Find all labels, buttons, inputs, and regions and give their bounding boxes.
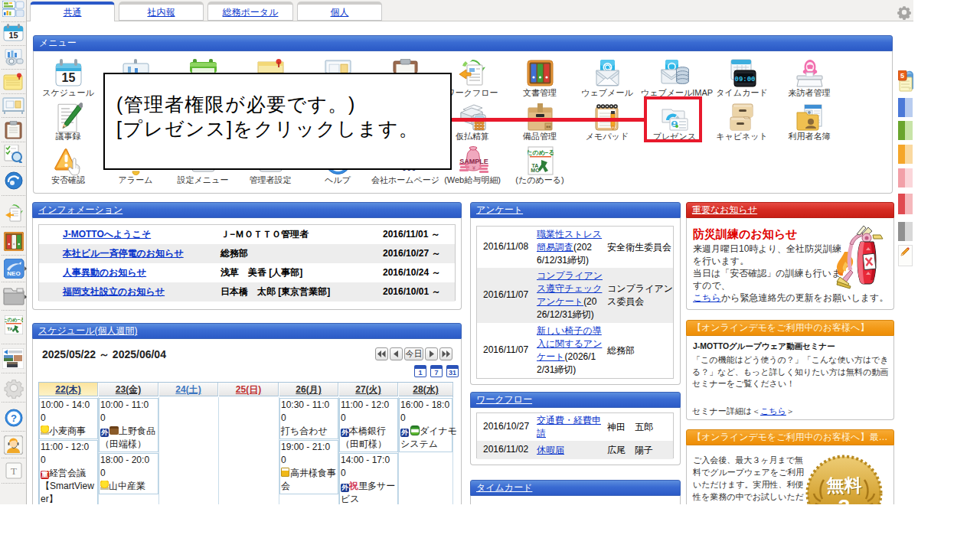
svg-text:15: 15	[8, 31, 18, 40]
svg-text:15: 15	[62, 71, 76, 84]
svg-text:無料: 無料	[826, 475, 862, 495]
svg-text:T: T	[11, 465, 17, 477]
svg-text:たのめ−る: たのめ−る	[528, 149, 554, 156]
svg-text:¥: ¥	[472, 165, 475, 171]
svg-text:SAMPLE: SAMPLE	[459, 158, 488, 165]
svg-text:09:00: 09:00	[734, 76, 755, 83]
svg-text:5: 5	[900, 72, 904, 80]
svg-text:たのめ−る: たのめ−る	[5, 317, 23, 323]
svg-text:■■: ■■	[546, 124, 550, 129]
svg-text:NEO: NEO	[7, 270, 20, 277]
svg-text:?: ?	[11, 412, 17, 424]
